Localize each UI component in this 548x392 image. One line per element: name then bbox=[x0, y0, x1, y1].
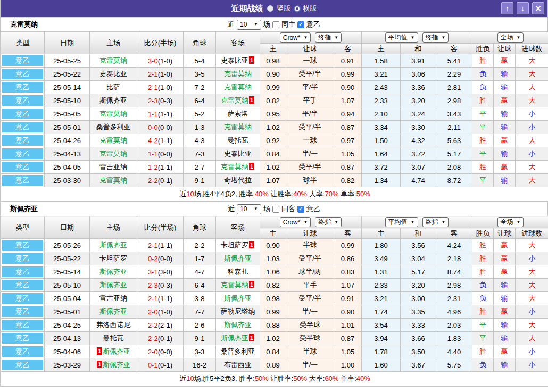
close-button[interactable]: ✕ bbox=[532, 2, 544, 14]
recent-count-select[interactable]: 10 ▼ bbox=[237, 204, 261, 214]
result-cell: 胜 bbox=[472, 265, 494, 279]
odds-home-cell: 1.02 bbox=[260, 332, 286, 345]
avg-final-select[interactable]: 终指▼ bbox=[422, 32, 449, 43]
odds-away-cell: 0.91 bbox=[334, 54, 362, 68]
league-filter-checkbox[interactable]: ✓ bbox=[297, 206, 304, 213]
corner-cell: 1-7 bbox=[184, 252, 216, 265]
home-team-cell: 克雷莫纳 bbox=[90, 134, 137, 147]
avg-draw-cell: 3.24 bbox=[401, 107, 436, 121]
scope-select[interactable]: 全场▼ bbox=[497, 32, 524, 43]
odds-provider-select[interactable]: Crow*▼ bbox=[280, 217, 311, 227]
score-cell: 2-3(0-3) bbox=[137, 279, 184, 292]
score-cell: 2-1(1-0) bbox=[137, 81, 184, 94]
home-team-cell: 克雷莫纳 bbox=[90, 174, 137, 187]
move-down-button[interactable]: ↓ bbox=[517, 2, 529, 14]
same-venue-label: 同客 bbox=[281, 204, 295, 214]
date-cell: 25-05-10 bbox=[45, 94, 90, 107]
avg-home-cell: 1.80 bbox=[362, 239, 401, 252]
odds-home-cell: 0.95 bbox=[260, 107, 286, 121]
full-time-score: 0-1 bbox=[148, 361, 158, 369]
goals-result-cell: 大 bbox=[516, 68, 548, 81]
scope-select[interactable]: 全场▼ bbox=[497, 217, 524, 227]
home-team-cell: 弗洛西诺尼 bbox=[90, 319, 137, 332]
subheader-handicap-result: 让球 bbox=[494, 44, 516, 54]
team-name: 科森扎 bbox=[228, 268, 248, 276]
goals-result-cell: 大 bbox=[516, 94, 548, 107]
goals-result-cell: 小 bbox=[516, 305, 548, 319]
odds-final-select[interactable]: 终指▼ bbox=[315, 32, 342, 43]
odds-away-cell: 0.90 bbox=[334, 81, 362, 94]
away-team-cell: 斯佩齐亚 bbox=[216, 292, 260, 305]
avg-away-cell: 4.24 bbox=[436, 239, 472, 252]
corner-cell: 7-2 bbox=[184, 81, 216, 94]
half-time-score: (3-0) bbox=[158, 268, 172, 276]
avg-home-cell: 2.10 bbox=[362, 107, 401, 121]
result-cell: 胜 bbox=[472, 161, 494, 174]
league-cell: 意乙 bbox=[1, 332, 45, 345]
team-name: 克雷莫纳 bbox=[221, 281, 248, 289]
handicap-cell: 受平/半 bbox=[286, 252, 334, 265]
odds-home-cell: 0.98 bbox=[260, 292, 286, 305]
odds-provider-select[interactable]: Crow*▼ bbox=[280, 32, 311, 43]
avg-provider-select[interactable]: 平均值▼ bbox=[385, 217, 418, 227]
same-venue-checkbox[interactable] bbox=[272, 206, 279, 213]
subheader-avg-home: 主 bbox=[362, 228, 401, 239]
handicap-result-cell: 输 bbox=[494, 81, 516, 94]
radio-horizontal-layout[interactable] bbox=[295, 6, 300, 11]
full-time-score: 0-2 bbox=[148, 255, 158, 263]
away-team-cell: 斯佩齐亚1 bbox=[216, 332, 260, 345]
goals-result-cell: 小 bbox=[516, 345, 548, 358]
result-cell: 负 bbox=[472, 81, 494, 94]
avg-away-cell: 3.43 bbox=[436, 107, 472, 121]
team-name: 奇塔代拉 bbox=[224, 176, 252, 184]
table-row: 意乙25-05-10斯佩齐亚2-3(0-3)6-4克雷莫纳10.82平手1.07… bbox=[1, 279, 548, 292]
summary-row: 近10场,胜5平2负3, 胜率:50% 让胜率:50% 大率:60% 单率:40… bbox=[1, 372, 548, 386]
odds-final-select[interactable]: 终指▼ bbox=[315, 217, 342, 227]
radio-vertical-layout[interactable] bbox=[267, 5, 273, 12]
home-team-cell: 斯佩齐亚 bbox=[90, 305, 137, 319]
team-name: 斯佩齐亚 bbox=[103, 361, 130, 369]
team-name: 桑普多利亚 bbox=[221, 347, 255, 355]
corner-cell: 5-4 bbox=[184, 54, 216, 68]
summary-row: 近10场,胜4平4负2, 胜率:40% 让胜率:40% 大率:70% 单率:50… bbox=[1, 187, 548, 202]
move-up-button[interactable]: ↑ bbox=[501, 2, 513, 14]
odds-home-cell: 1.07 bbox=[260, 174, 286, 187]
league-cell: 意乙 bbox=[1, 292, 45, 305]
team-name: 克雷莫纳 bbox=[99, 136, 127, 144]
league-cell: 意乙 bbox=[1, 68, 45, 81]
avg-final-select[interactable]: 终指▼ bbox=[422, 217, 449, 227]
full-time-score: 2-1 bbox=[148, 70, 158, 78]
avg-home-cell: 1.64 bbox=[362, 147, 401, 161]
home-team-cell: 斯佩齐亚 bbox=[90, 94, 137, 107]
avg-draw-cell: 5.17 bbox=[401, 265, 436, 279]
half-time-score: (0-0) bbox=[158, 123, 172, 131]
corner-cell: 7-3 bbox=[184, 147, 216, 161]
half-time-score: (1-0) bbox=[158, 84, 172, 91]
date-cell: 25-05-04 bbox=[45, 292, 90, 305]
league-filter-checkbox[interactable]: ✓ bbox=[297, 21, 304, 28]
score-cell: 1-2(1-1) bbox=[137, 161, 184, 174]
team-name: 雷吉亚纳 bbox=[99, 294, 127, 302]
matches-label: 场 bbox=[263, 204, 270, 214]
avg-provider-select[interactable]: 平均值▼ bbox=[385, 32, 418, 43]
recent-count-select[interactable]: 10 ▼ bbox=[237, 20, 261, 30]
red-card-badge: 1 bbox=[249, 281, 254, 288]
home-team-cell: 克雷莫纳 bbox=[90, 54, 137, 68]
odds-away-cell: 0.87 bbox=[334, 332, 362, 345]
handicap-result-cell: 赢 bbox=[494, 94, 516, 107]
avg-away-cell: 2.29 bbox=[436, 68, 472, 81]
chevron-down-icon: ▼ bbox=[442, 220, 446, 224]
avg-draw-cell: 3.56 bbox=[401, 239, 436, 252]
results-table-away: 类型 日期 主场 比分(半场) 角球 客场 Crow*▼ 终指▼ 平均值▼ 终指… bbox=[1, 216, 548, 386]
half-time-score: (0-0) bbox=[158, 150, 172, 158]
avg-home-cell: 1.60 bbox=[362, 358, 401, 372]
column-header-away: 客场 bbox=[216, 32, 260, 54]
score-cell: 2-3(0-3) bbox=[137, 94, 184, 107]
odds-away-cell: 1.05 bbox=[334, 345, 362, 358]
league-cell: 意乙 bbox=[1, 147, 45, 161]
same-venue-checkbox[interactable] bbox=[272, 21, 279, 28]
handicap-cell: 平手 bbox=[286, 279, 334, 292]
team-name: 史泰比亚 bbox=[221, 56, 248, 64]
table-row: 意乙25-04-26克雷莫纳4-2(1-1)4-3曼托瓦0.92一球0.971.… bbox=[1, 134, 548, 147]
league-cell: 意乙 bbox=[1, 134, 45, 147]
